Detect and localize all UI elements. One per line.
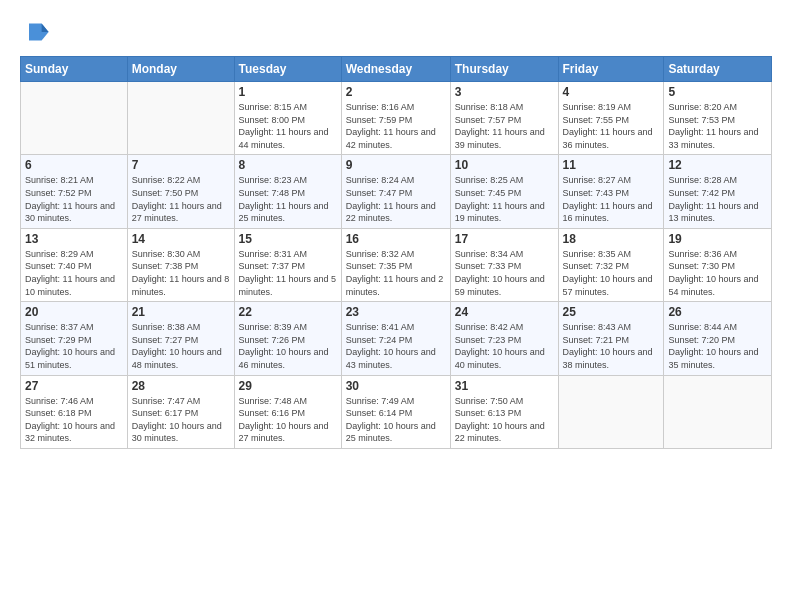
calendar-cell: 10Sunrise: 8:25 AM Sunset: 7:45 PM Dayli… — [450, 155, 558, 228]
day-info: Sunrise: 8:22 AM Sunset: 7:50 PM Dayligh… — [132, 174, 230, 224]
logo — [20, 18, 50, 50]
day-number: 8 — [239, 158, 337, 172]
calendar-cell: 22Sunrise: 8:39 AM Sunset: 7:26 PM Dayli… — [234, 302, 341, 375]
calendar-cell — [664, 375, 772, 448]
day-number: 22 — [239, 305, 337, 319]
day-info: Sunrise: 8:31 AM Sunset: 7:37 PM Dayligh… — [239, 248, 337, 298]
calendar-cell — [127, 82, 234, 155]
day-info: Sunrise: 8:18 AM Sunset: 7:57 PM Dayligh… — [455, 101, 554, 151]
day-info: Sunrise: 8:20 AM Sunset: 7:53 PM Dayligh… — [668, 101, 767, 151]
day-number: 11 — [563, 158, 660, 172]
day-number: 23 — [346, 305, 446, 319]
calendar-cell: 18Sunrise: 8:35 AM Sunset: 7:32 PM Dayli… — [558, 228, 664, 301]
day-number: 25 — [563, 305, 660, 319]
calendar-cell: 9Sunrise: 8:24 AM Sunset: 7:47 PM Daylig… — [341, 155, 450, 228]
calendar-header-row: SundayMondayTuesdayWednesdayThursdayFrid… — [21, 57, 772, 82]
day-number: 21 — [132, 305, 230, 319]
day-info: Sunrise: 7:50 AM Sunset: 6:13 PM Dayligh… — [455, 395, 554, 445]
day-info: Sunrise: 8:43 AM Sunset: 7:21 PM Dayligh… — [563, 321, 660, 371]
day-info: Sunrise: 8:27 AM Sunset: 7:43 PM Dayligh… — [563, 174, 660, 224]
day-info: Sunrise: 8:23 AM Sunset: 7:48 PM Dayligh… — [239, 174, 337, 224]
day-info: Sunrise: 8:34 AM Sunset: 7:33 PM Dayligh… — [455, 248, 554, 298]
day-info: Sunrise: 7:47 AM Sunset: 6:17 PM Dayligh… — [132, 395, 230, 445]
calendar-week-row: 6Sunrise: 8:21 AM Sunset: 7:52 PM Daylig… — [21, 155, 772, 228]
day-info: Sunrise: 8:21 AM Sunset: 7:52 PM Dayligh… — [25, 174, 123, 224]
day-number: 17 — [455, 232, 554, 246]
calendar-cell: 30Sunrise: 7:49 AM Sunset: 6:14 PM Dayli… — [341, 375, 450, 448]
calendar-cell: 11Sunrise: 8:27 AM Sunset: 7:43 PM Dayli… — [558, 155, 664, 228]
calendar-cell: 26Sunrise: 8:44 AM Sunset: 7:20 PM Dayli… — [664, 302, 772, 375]
header — [20, 18, 772, 50]
day-number: 30 — [346, 379, 446, 393]
calendar-cell: 25Sunrise: 8:43 AM Sunset: 7:21 PM Dayli… — [558, 302, 664, 375]
day-info: Sunrise: 7:49 AM Sunset: 6:14 PM Dayligh… — [346, 395, 446, 445]
calendar-cell: 5Sunrise: 8:20 AM Sunset: 7:53 PM Daylig… — [664, 82, 772, 155]
day-number: 24 — [455, 305, 554, 319]
calendar-cell: 14Sunrise: 8:30 AM Sunset: 7:38 PM Dayli… — [127, 228, 234, 301]
calendar-cell: 28Sunrise: 7:47 AM Sunset: 6:17 PM Dayli… — [127, 375, 234, 448]
calendar-cell: 7Sunrise: 8:22 AM Sunset: 7:50 PM Daylig… — [127, 155, 234, 228]
calendar-cell: 19Sunrise: 8:36 AM Sunset: 7:30 PM Dayli… — [664, 228, 772, 301]
day-info: Sunrise: 8:28 AM Sunset: 7:42 PM Dayligh… — [668, 174, 767, 224]
logo-icon — [22, 18, 50, 46]
day-info: Sunrise: 8:41 AM Sunset: 7:24 PM Dayligh… — [346, 321, 446, 371]
day-header-saturday: Saturday — [664, 57, 772, 82]
calendar-cell — [21, 82, 128, 155]
calendar-cell: 23Sunrise: 8:41 AM Sunset: 7:24 PM Dayli… — [341, 302, 450, 375]
day-number: 10 — [455, 158, 554, 172]
day-info: Sunrise: 8:39 AM Sunset: 7:26 PM Dayligh… — [239, 321, 337, 371]
day-number: 5 — [668, 85, 767, 99]
day-header-sunday: Sunday — [21, 57, 128, 82]
day-info: Sunrise: 8:15 AM Sunset: 8:00 PM Dayligh… — [239, 101, 337, 151]
day-number: 28 — [132, 379, 230, 393]
day-info: Sunrise: 8:19 AM Sunset: 7:55 PM Dayligh… — [563, 101, 660, 151]
day-info: Sunrise: 8:25 AM Sunset: 7:45 PM Dayligh… — [455, 174, 554, 224]
day-number: 16 — [346, 232, 446, 246]
day-header-wednesday: Wednesday — [341, 57, 450, 82]
day-number: 19 — [668, 232, 767, 246]
day-header-tuesday: Tuesday — [234, 57, 341, 82]
day-header-thursday: Thursday — [450, 57, 558, 82]
day-number: 1 — [239, 85, 337, 99]
day-number: 18 — [563, 232, 660, 246]
day-info: Sunrise: 8:24 AM Sunset: 7:47 PM Dayligh… — [346, 174, 446, 224]
day-number: 9 — [346, 158, 446, 172]
calendar-cell: 3Sunrise: 8:18 AM Sunset: 7:57 PM Daylig… — [450, 82, 558, 155]
day-number: 26 — [668, 305, 767, 319]
day-info: Sunrise: 8:38 AM Sunset: 7:27 PM Dayligh… — [132, 321, 230, 371]
calendar-week-row: 20Sunrise: 8:37 AM Sunset: 7:29 PM Dayli… — [21, 302, 772, 375]
day-number: 29 — [239, 379, 337, 393]
calendar-cell: 8Sunrise: 8:23 AM Sunset: 7:48 PM Daylig… — [234, 155, 341, 228]
calendar-cell: 16Sunrise: 8:32 AM Sunset: 7:35 PM Dayli… — [341, 228, 450, 301]
calendar-cell: 31Sunrise: 7:50 AM Sunset: 6:13 PM Dayli… — [450, 375, 558, 448]
calendar-table: SundayMondayTuesdayWednesdayThursdayFrid… — [20, 56, 772, 449]
calendar-week-row: 13Sunrise: 8:29 AM Sunset: 7:40 PM Dayli… — [21, 228, 772, 301]
calendar-cell: 15Sunrise: 8:31 AM Sunset: 7:37 PM Dayli… — [234, 228, 341, 301]
day-header-friday: Friday — [558, 57, 664, 82]
calendar-cell: 2Sunrise: 8:16 AM Sunset: 7:59 PM Daylig… — [341, 82, 450, 155]
day-number: 14 — [132, 232, 230, 246]
calendar-week-row: 27Sunrise: 7:46 AM Sunset: 6:18 PM Dayli… — [21, 375, 772, 448]
day-number: 6 — [25, 158, 123, 172]
calendar-cell: 24Sunrise: 8:42 AM Sunset: 7:23 PM Dayli… — [450, 302, 558, 375]
svg-marker-1 — [42, 24, 49, 32]
day-info: Sunrise: 7:46 AM Sunset: 6:18 PM Dayligh… — [25, 395, 123, 445]
calendar-cell: 1Sunrise: 8:15 AM Sunset: 8:00 PM Daylig… — [234, 82, 341, 155]
day-number: 15 — [239, 232, 337, 246]
calendar-cell: 27Sunrise: 7:46 AM Sunset: 6:18 PM Dayli… — [21, 375, 128, 448]
day-info: Sunrise: 8:30 AM Sunset: 7:38 PM Dayligh… — [132, 248, 230, 298]
calendar-cell — [558, 375, 664, 448]
day-number: 20 — [25, 305, 123, 319]
day-number: 27 — [25, 379, 123, 393]
calendar-week-row: 1Sunrise: 8:15 AM Sunset: 8:00 PM Daylig… — [21, 82, 772, 155]
calendar-cell: 29Sunrise: 7:48 AM Sunset: 6:16 PM Dayli… — [234, 375, 341, 448]
day-number: 2 — [346, 85, 446, 99]
day-number: 7 — [132, 158, 230, 172]
page: SundayMondayTuesdayWednesdayThursdayFrid… — [0, 0, 792, 612]
day-info: Sunrise: 8:42 AM Sunset: 7:23 PM Dayligh… — [455, 321, 554, 371]
calendar-cell: 21Sunrise: 8:38 AM Sunset: 7:27 PM Dayli… — [127, 302, 234, 375]
day-info: Sunrise: 8:32 AM Sunset: 7:35 PM Dayligh… — [346, 248, 446, 298]
day-header-monday: Monday — [127, 57, 234, 82]
day-number: 12 — [668, 158, 767, 172]
calendar-cell: 20Sunrise: 8:37 AM Sunset: 7:29 PM Dayli… — [21, 302, 128, 375]
